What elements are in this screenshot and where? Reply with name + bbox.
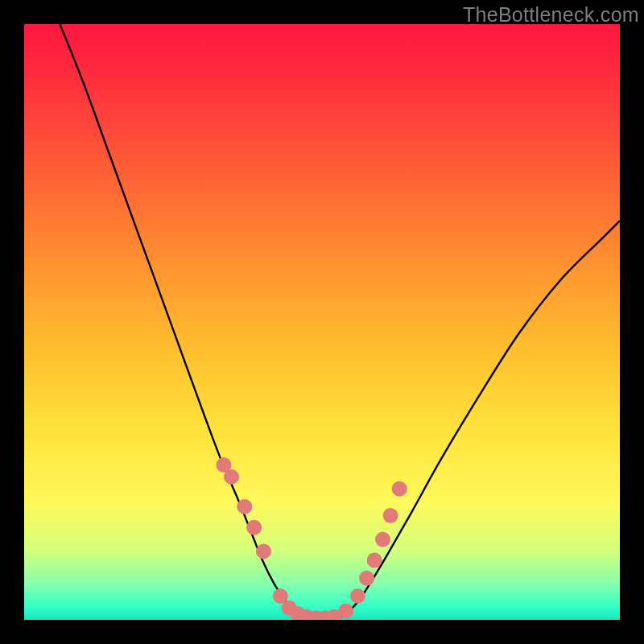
marker-point — [338, 603, 353, 618]
marker-point — [224, 469, 239, 485]
marker-point — [237, 499, 252, 514]
marker-point — [392, 481, 407, 497]
watermark-text: TheBottleneck.com — [463, 3, 639, 27]
chart-svg — [24, 24, 620, 620]
marker-point — [375, 532, 390, 547]
outer-frame: TheBottleneck.com — [0, 0, 644, 644]
marker-point — [246, 520, 262, 535]
bottleneck-curve — [60, 24, 620, 620]
marker-point — [359, 571, 374, 586]
marker-group — [216, 457, 407, 620]
marker-point — [350, 588, 365, 604]
plot-area — [24, 24, 620, 620]
marker-point — [383, 508, 398, 523]
marker-point — [367, 553, 382, 568]
marker-point — [256, 543, 271, 559]
